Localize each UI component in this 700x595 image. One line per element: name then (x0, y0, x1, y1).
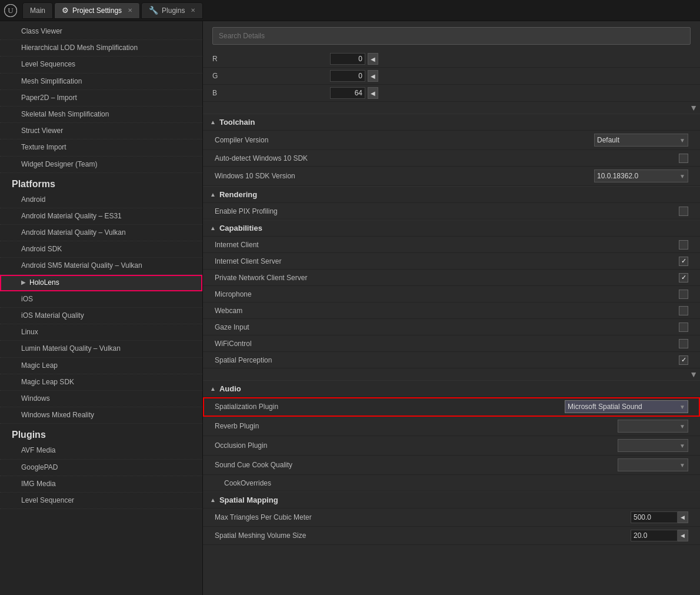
sidebar-item-android-sm5[interactable]: Android SM5 Material Quality – Vulkan (0, 258, 202, 274)
color-g-label: G (212, 72, 330, 80)
sidebar-item-ios[interactable]: iOS (0, 291, 202, 308)
max-triangles-input[interactable] (631, 511, 678, 523)
spatialization-plugin-dropdown[interactable]: Microsoft Spatial Sound ▼ (565, 400, 688, 413)
color-b-value: ◀ (330, 87, 378, 99)
prop-reverb-plugin: Reverb Plugin ▼ (203, 417, 700, 436)
color-row-b: B ◀ (203, 85, 700, 102)
platforms-header: Platforms (0, 173, 202, 192)
sound-cue-cook-dropdown[interactable]: ▼ (618, 458, 688, 471)
spatial-meshing-volume-spin[interactable]: ◀ (678, 530, 688, 541)
auto-detect-win10-checkbox[interactable] (679, 154, 688, 163)
rendering-label: Rendering (219, 190, 257, 199)
color-r-input[interactable] (330, 53, 365, 65)
sidebar-item-windows[interactable]: Windows (0, 391, 202, 407)
sidebar-item-android-vulkan[interactable]: Android Material Quality – Vulkan (0, 225, 202, 241)
tab-plugins-close[interactable]: ✕ (191, 7, 195, 14)
sidebar-item-googlepad[interactable]: GooglePAD (0, 460, 202, 476)
wifi-control-checkbox[interactable] (679, 339, 688, 348)
capabilities-scroll-indicator: ▼ (203, 368, 700, 380)
win10-sdk-dropdown[interactable]: 10.0.18362.0 ▼ (594, 169, 688, 182)
win10-sdk-label: Windows 10 SDK Version (215, 172, 594, 180)
color-r-spin[interactable]: ◀ (368, 53, 378, 65)
win10-sdk-dropdown-arrow: ▼ (679, 173, 685, 180)
internet-client-server-checkbox[interactable] (679, 257, 688, 266)
spatial-meshing-volume-label: Spatial Meshing Volume Size (215, 531, 631, 540)
sidebar-item-avf-media[interactable]: AVF Media (0, 443, 202, 459)
sidebar-item-skeletal-mesh[interactable]: Skeletal Mesh Simplification (0, 107, 202, 123)
sidebar-item-android[interactable]: Android (0, 192, 202, 208)
sidebar-item-lumin[interactable]: Lumin Material Quality – Vulkan (0, 341, 202, 357)
sidebar-item-linux[interactable]: Linux (0, 324, 202, 341)
sidebar-item-struct-viewer[interactable]: Struct Viewer (0, 123, 202, 139)
compiler-version-value: Default ▼ (594, 134, 688, 147)
sidebar-item-class-viewer[interactable]: Class Viewer (0, 24, 202, 40)
tab-plugins[interactable]: 🔧 Plugins ✕ (141, 2, 203, 19)
section-audio[interactable]: ▲ Audio (203, 380, 700, 397)
sidebar-item-widget-designer[interactable]: Widget Designer (Team) (0, 157, 202, 173)
pix-profiling-checkbox[interactable] (679, 207, 688, 216)
sidebar-item-img-media[interactable]: IMG Media (0, 476, 202, 493)
compiler-version-dropdown[interactable]: Default ▼ (594, 134, 688, 147)
tab-project-settings-label: Project Settings (72, 6, 122, 15)
occlusion-plugin-arrow: ▼ (679, 443, 685, 449)
prop-gaze-input: Gaze Input (203, 319, 700, 335)
search-input[interactable] (219, 32, 684, 40)
compiler-version-dropdown-arrow: ▼ (679, 137, 685, 144)
microphone-checkbox[interactable] (679, 290, 688, 299)
prop-max-triangles: Max Triangles Per Cubic Meter ◀ (203, 508, 700, 527)
sidebar-item-texture-import[interactable]: Texture Import (0, 139, 202, 156)
auto-detect-win10-value (679, 154, 688, 163)
reverb-plugin-arrow: ▼ (679, 423, 685, 430)
tab-project-settings-close[interactable]: ✕ (128, 7, 132, 14)
color-b-spin[interactable]: ◀ (368, 87, 378, 99)
section-capabilities[interactable]: ▲ Capabilities (203, 220, 700, 237)
spatialization-plugin-selected: Microsoft Spatial Sound (568, 403, 642, 411)
search-container (203, 21, 700, 51)
sidebar-item-magic-leap[interactable]: Magic Leap (0, 358, 202, 374)
spatial-meshing-volume-input[interactable] (631, 530, 678, 541)
occlusion-plugin-dropdown[interactable]: ▼ (618, 439, 688, 452)
color-b-input[interactable] (330, 87, 365, 99)
sidebar-item-android-sdk[interactable]: Android SDK (0, 241, 202, 258)
section-spatial-mapping[interactable]: ▲ Spatial Mapping (203, 491, 700, 508)
webcam-label: Webcam (215, 307, 679, 315)
webcam-checkbox[interactable] (679, 306, 688, 315)
max-triangles-spin[interactable]: ◀ (678, 511, 688, 523)
tab-main[interactable]: Main (22, 2, 53, 19)
sidebar-item-mesh-simplification[interactable]: Mesh Simplification (0, 74, 202, 90)
color-g-input[interactable] (330, 70, 365, 82)
section-rendering[interactable]: ▲ Rendering (203, 186, 700, 203)
prop-win10-sdk: Windows 10 SDK Version 10.0.18362.0 ▼ (203, 167, 700, 186)
sidebar-item-hololens[interactable]: ▶ HoloLens (0, 275, 202, 291)
internet-client-checkbox[interactable] (679, 240, 688, 250)
search-bar[interactable] (212, 27, 691, 45)
private-network-checkbox[interactable] (679, 273, 688, 282)
wifi-control-label: WiFiControl (215, 340, 679, 348)
gaze-input-checkbox[interactable] (679, 323, 688, 332)
spatial-perception-checkbox[interactable] (679, 355, 688, 365)
sidebar-item-ios-material[interactable]: iOS Material Quality (0, 308, 202, 324)
sidebar-item-level-sequencer[interactable]: Level Sequencer (0, 493, 202, 509)
content-area: R ◀ G ◀ B ◀ ▼ (203, 21, 700, 595)
compiler-version-label: Compiler Version (215, 136, 594, 144)
prop-occlusion-plugin: Occlusion Plugin ▼ (203, 436, 700, 456)
prop-spatial-meshing-volume: Spatial Meshing Volume Size ◀ (203, 527, 700, 545)
sidebar-item-hierarchical-lod[interactable]: Hierarchical LOD Mesh Simplification (0, 40, 202, 56)
sidebar: Class Viewer Hierarchical LOD Mesh Simpl… (0, 21, 203, 595)
scroll-down-indicator: ▼ (203, 102, 700, 114)
color-g-spin[interactable]: ◀ (368, 70, 378, 82)
toolchain-collapse-icon: ▲ (210, 119, 216, 125)
spatial-meshing-volume-field: ◀ (631, 530, 688, 541)
capabilities-collapse-icon: ▲ (210, 225, 216, 231)
reverb-plugin-dropdown[interactable]: ▼ (618, 420, 688, 433)
sidebar-item-magic-leap-sdk[interactable]: Magic Leap SDK (0, 374, 202, 391)
sidebar-item-android-es31[interactable]: Android Material Quality – ES31 (0, 208, 202, 225)
color-r-label: R (212, 55, 330, 63)
sidebar-item-paper2d[interactable]: Paper2D – Import (0, 90, 202, 107)
sidebar-item-level-sequences[interactable]: Level Sequences (0, 56, 202, 73)
sidebar-item-windows-mixed[interactable]: Windows Mixed Reality (0, 407, 202, 424)
prop-spatial-perception: Spatial Perception (203, 352, 700, 368)
spatial-mapping-label: Spatial Mapping (219, 496, 278, 504)
section-toolchain[interactable]: ▲ Toolchain (203, 114, 700, 131)
tab-project-settings[interactable]: ⚙ Project Settings ✕ (54, 2, 140, 19)
